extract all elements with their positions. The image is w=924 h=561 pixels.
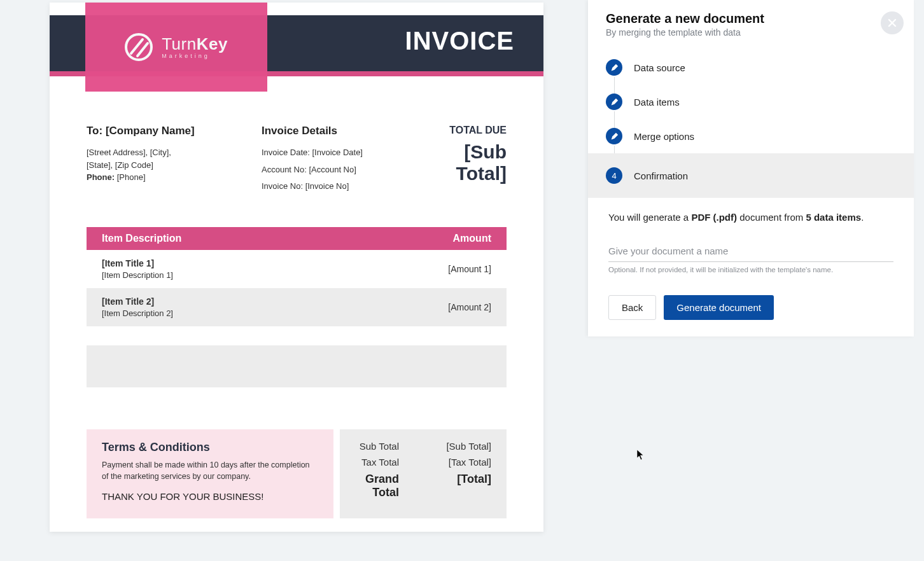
grandtotal-value: [Total]	[431, 473, 491, 499]
pencil-icon	[610, 132, 619, 141]
step-number: 4	[612, 171, 616, 181]
total-due-value: [Sub Total]	[430, 141, 507, 184]
address-line-1: [Street Address], [City],	[87, 146, 249, 159]
mouse-cursor-icon	[636, 449, 645, 461]
item-desc: [Item Description 2]	[102, 308, 448, 318]
terms-body: Payment shall be made within 10 days aft…	[102, 459, 318, 482]
generate-document-button[interactable]: Generate document	[664, 295, 774, 320]
panel-subtitle: By merging the template with data	[606, 27, 896, 38]
pencil-icon	[610, 98, 619, 106]
turnkey-logo-icon	[125, 33, 153, 61]
terms-thanks: THANK YOU FOR YOUR BUSINESS!	[102, 491, 318, 502]
invoice-details-head: Invoice Details	[262, 125, 417, 137]
item-title: [Item Title 2]	[102, 296, 448, 307]
grandtotal-label: Grand Total	[355, 473, 431, 499]
back-button[interactable]: Back	[608, 295, 656, 320]
generate-panel: Generate a new document By merging the t…	[588, 0, 914, 336]
phone-value: [Phone]	[117, 172, 146, 182]
subtotal-value: [Sub Total]	[431, 441, 491, 452]
step-label: Data items	[634, 97, 680, 107]
close-button[interactable]	[881, 11, 904, 34]
document-name-input[interactable]	[608, 242, 893, 262]
panel-title: Generate a new document	[606, 11, 896, 26]
step-badge	[606, 94, 622, 110]
doc-body: To: [Company Name] [Street Address], [Ci…	[50, 92, 543, 531]
doc-header: TurnKey Marketing INVOICE	[50, 3, 543, 92]
step-label: Confirmation	[634, 170, 688, 181]
col-amount: Amount	[453, 233, 491, 244]
data-items-count: 5 data items	[806, 212, 861, 223]
step-data-source[interactable]: Data source	[588, 50, 914, 85]
invoice-document: TurnKey Marketing INVOICE To: [Company N…	[50, 3, 543, 532]
to-label: To: [Company Name]	[87, 125, 249, 137]
step-data-items[interactable]: Data items	[588, 85, 914, 119]
terms-box: Terms & Conditions Payment shall be made…	[87, 429, 333, 518]
step-label: Data source	[634, 62, 685, 73]
subtotal-label: Sub Total	[355, 441, 431, 452]
terms-head: Terms & Conditions	[102, 441, 318, 454]
brand-name-b: Key	[197, 34, 228, 53]
logo-block: TurnKey Marketing	[85, 3, 267, 92]
step-badge	[606, 128, 622, 144]
item-row: [Item Title 2] [Item Description 2] [Amo…	[87, 288, 507, 326]
col-description: Item Description	[102, 233, 453, 244]
phone-label: Phone:	[87, 172, 115, 182]
pencil-icon	[610, 64, 619, 72]
spacer-box	[87, 345, 507, 387]
brand-name-a: Turn	[162, 34, 197, 53]
item-row: [Item Title 1] [Item Description 1] [Amo…	[87, 250, 507, 288]
item-amount: [Amount 2]	[448, 302, 491, 312]
total-due-label: TOTAL DUE	[430, 125, 507, 136]
item-amount: [Amount 1]	[448, 264, 491, 274]
item-title: [Item Title 1]	[102, 258, 448, 268]
step-label: Merge options	[634, 131, 694, 142]
invoice-no: Invoice No: [Invoice No]	[262, 180, 417, 193]
doc-format: PDF (.pdf)	[691, 212, 737, 223]
address-line-2: [State], [Zip Code]	[87, 159, 249, 172]
item-desc: [Item Description 1]	[102, 270, 448, 280]
totals-box: Sub Total [Sub Total] Tax Total [Tax Tot…	[340, 429, 507, 518]
brand-tagline: Marketing	[162, 53, 228, 59]
invoice-date: Invoice Date: [Invoice Date]	[262, 146, 417, 159]
input-help-text: Optional. If not provided, it will be in…	[608, 266, 893, 274]
wizard-steps: Data source Data items Merge options 4 C…	[588, 48, 914, 198]
confirmation-body: You will generate a PDF (.pdf) document …	[588, 198, 914, 336]
items-header: Item Description Amount	[87, 227, 507, 250]
taxtotal-label: Tax Total	[355, 457, 431, 468]
step-badge: 4	[606, 167, 622, 184]
close-icon	[887, 18, 897, 28]
account-no: Account No: [Account No]	[262, 163, 417, 176]
step-confirmation[interactable]: 4 Confirmation	[588, 153, 914, 198]
step-badge	[606, 59, 622, 76]
invoice-title: INVOICE	[405, 27, 514, 55]
taxtotal-value: [Tax Total]	[431, 457, 491, 468]
step-merge-options[interactable]: Merge options	[588, 119, 914, 153]
confirmation-text: You will generate a PDF (.pdf) document …	[608, 212, 893, 223]
